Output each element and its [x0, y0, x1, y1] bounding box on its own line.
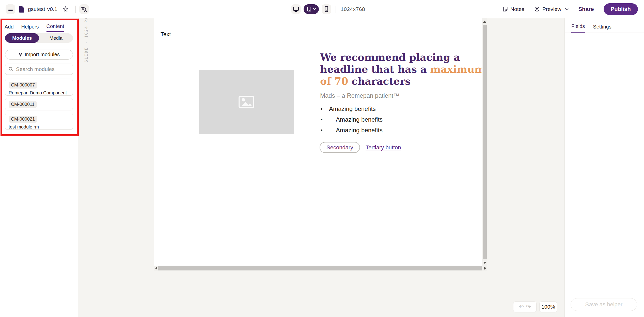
- scroll-right-icon[interactable]: [484, 267, 486, 270]
- scroll-up-icon[interactable]: [483, 21, 486, 23]
- tab-settings[interactable]: Settings: [593, 23, 611, 33]
- translate-icon: [81, 6, 87, 12]
- topbar-left: gsutest v0.1: [6, 0, 89, 18]
- sidebar-divider: [0, 45, 78, 45]
- slide-button-row: Secondary Tertiary button: [320, 142, 401, 153]
- slide-canvas[interactable]: Text We recommend placing a headline tha…: [154, 18, 482, 266]
- undo-icon: ↶: [519, 304, 524, 310]
- document-icon: [19, 6, 24, 13]
- image-placeholder[interactable]: [199, 70, 294, 134]
- tab-helpers[interactable]: Helpers: [21, 23, 39, 32]
- secondary-button[interactable]: Secondary: [320, 142, 360, 153]
- headline-line: headline that has a maximum: [320, 63, 488, 75]
- bullet-item: • Amazing benefits: [321, 127, 383, 134]
- chevron-down-icon: [313, 8, 316, 10]
- import-modules-button[interactable]: Import modules: [5, 50, 73, 60]
- undo-button[interactable]: ↶: [519, 304, 524, 310]
- mobile-preview-button[interactable]: [322, 4, 331, 14]
- horizontal-scrollbar[interactable]: [154, 266, 487, 271]
- search-input[interactable]: [16, 66, 70, 72]
- slide-headline[interactable]: We recommend placing a headline that has…: [320, 51, 488, 87]
- tab-content[interactable]: Content: [46, 23, 64, 32]
- right-sidebar: Fields Settings Save as helper: [564, 18, 644, 317]
- module-id-badge: CM-000021: [9, 116, 37, 123]
- document-version: v0.1: [47, 6, 57, 12]
- bullet-icon: •: [321, 127, 323, 134]
- zoom-level-label: 100%: [541, 304, 555, 310]
- phone-icon: [324, 6, 329, 12]
- device-switcher: 1024x768: [291, 0, 365, 18]
- redo-button[interactable]: ↷: [526, 304, 531, 310]
- module-card[interactable]: CM-000021 test module rm: [5, 113, 73, 130]
- search-icon: [8, 67, 13, 72]
- bullet-icon: •: [321, 116, 323, 123]
- headline-line: We recommend placing a: [320, 51, 488, 63]
- preview-label: Preview: [542, 6, 561, 12]
- import-icon: [18, 53, 23, 57]
- module-id-badge: CM-000007: [9, 82, 37, 89]
- module-title: Remepan Demo Component: [9, 90, 69, 96]
- menu-button[interactable]: [6, 4, 15, 14]
- tablet-icon: [307, 6, 312, 12]
- bullet-icon: •: [321, 105, 323, 112]
- module-title: test module rm: [9, 124, 69, 130]
- star-icon: [62, 6, 69, 12]
- viewport-size-label: 1024x768: [341, 6, 365, 12]
- zoom-indicator[interactable]: 100%: [539, 301, 557, 312]
- modules-media-toggle: Modules Media: [5, 33, 73, 43]
- sidebar-tabs: Add Helpers Content: [0, 18, 78, 32]
- search-modules-field: [5, 64, 73, 75]
- preview-button[interactable]: Preview: [534, 6, 569, 12]
- module-card[interactable]: CM-000011: [5, 98, 73, 110]
- tertiary-button[interactable]: Tertiary button: [366, 144, 401, 151]
- document-title: gsutest: [28, 6, 45, 12]
- topbar-divider: [75, 6, 76, 13]
- toggle-media[interactable]: Media: [39, 33, 73, 43]
- topbar: gsutest v0.1: [0, 0, 644, 18]
- horizontal-scroll-thumb[interactable]: [158, 266, 482, 270]
- share-button[interactable]: Share: [578, 6, 594, 12]
- history-controls: ↶ ↷: [513, 301, 537, 312]
- topbar-right: Notes Preview Share Publish: [502, 0, 638, 18]
- slide-ruler-label: SLIDE · 1024 PX: [84, 17, 89, 62]
- notes-button[interactable]: Notes: [502, 6, 524, 12]
- tablet-preview-button[interactable]: [304, 4, 319, 14]
- slide-text-element[interactable]: Text: [161, 31, 171, 38]
- left-sidebar: Add Helpers Content Modules Media Import…: [0, 18, 78, 317]
- redo-icon: ↷: [526, 304, 531, 310]
- toggle-modules[interactable]: Modules: [5, 33, 39, 43]
- vertical-scroll-thumb[interactable]: [483, 25, 487, 259]
- scroll-left-icon[interactable]: [155, 267, 157, 270]
- note-icon: [502, 6, 508, 12]
- tab-fields[interactable]: Fields: [571, 23, 585, 33]
- image-icon: [238, 95, 255, 109]
- app-root: gsutest v0.1: [0, 0, 644, 317]
- import-modules-label: Import modules: [25, 52, 60, 57]
- module-card[interactable]: CM-000007 Remepan Demo Component: [5, 79, 73, 96]
- publish-button[interactable]: Publish: [604, 3, 638, 15]
- eye-icon: [534, 6, 540, 12]
- favorite-button[interactable]: [62, 6, 69, 12]
- scroll-down-icon[interactable]: [483, 262, 486, 264]
- slide-bullet-list[interactable]: • Amazing benefits • Amazing benefits • …: [321, 105, 383, 137]
- module-id-badge: CM-000011: [9, 101, 37, 108]
- desktop-preview-button[interactable]: [291, 4, 301, 14]
- slide-subtitle[interactable]: Mads – a Remepan patient™: [320, 92, 399, 99]
- chevron-down-icon: [565, 8, 569, 10]
- save-as-helper-button[interactable]: Save as helper: [571, 298, 637, 311]
- topbar-divider: [336, 6, 336, 13]
- notes-label: Notes: [510, 6, 524, 12]
- rightbar-tabs: Fields Settings: [565, 18, 644, 33]
- bullet-item: • Amazing benefits: [321, 116, 383, 123]
- translate-button[interactable]: [79, 4, 89, 14]
- bullet-item: • Amazing benefits: [321, 105, 383, 112]
- hamburger-icon: [8, 7, 13, 11]
- vertical-scrollbar[interactable]: [482, 18, 487, 266]
- monitor-icon: [293, 6, 299, 12]
- headline-line: of 70 characters: [320, 75, 488, 87]
- tab-add[interactable]: Add: [5, 23, 14, 32]
